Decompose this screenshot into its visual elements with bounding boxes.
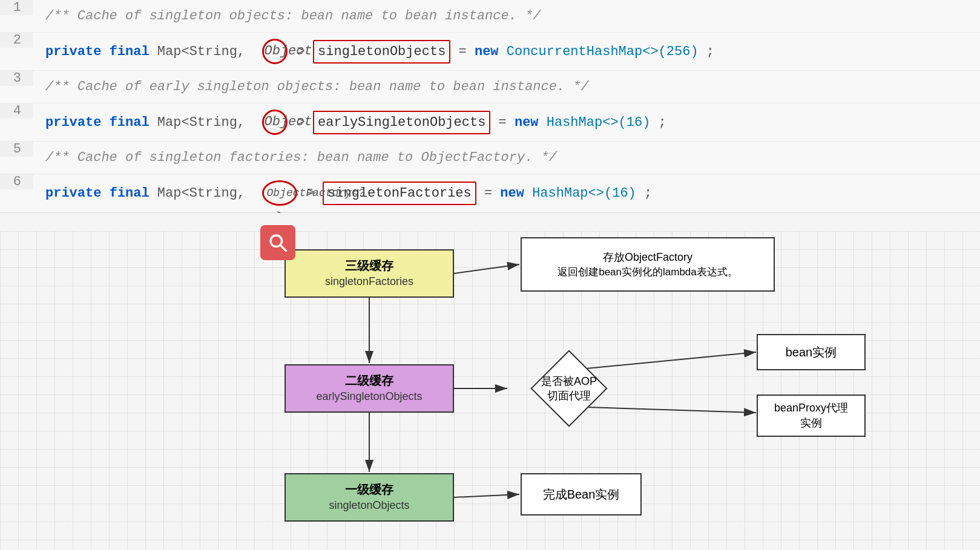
code-content-3: /** Cache of early singleton objects: be…	[33, 71, 980, 103]
svg-line-1	[281, 246, 286, 251]
comment-3: /** Cache of early singleton objects: be…	[45, 79, 589, 94]
code-content-1: /** Cache of singleton objects: bean nam…	[33, 0, 980, 32]
var-earlySingletonObjects: earlySingletonObjects	[313, 111, 490, 134]
search-icon	[268, 233, 288, 252]
code-content-6: private final Map<String, ObjectFactory<…	[33, 174, 980, 212]
box-level3: 三级缓存 singletonFactories	[284, 249, 454, 298]
box-level2: 二级缓存 earlySingletonObjects	[284, 364, 454, 413]
circle-object-1: Object	[262, 39, 288, 64]
diagram-section: 三级缓存 singletonFactories 存放ObjectFactory …	[0, 213, 980, 550]
code-section: 1 /** Cache of singleton objects: bean n…	[0, 0, 980, 213]
box-level2-title: 二级缓存	[345, 372, 393, 389]
line-number-3: 3	[0, 71, 33, 86]
line-number-2: 2	[0, 33, 33, 48]
complete-label: 完成Bean实例	[543, 486, 620, 503]
box-level2-subtitle: earlySingletonObjects	[316, 389, 422, 404]
var-singletonObjects: singletonObjects	[313, 40, 450, 64]
code-content-4: private final Map<String, Object > early…	[33, 103, 980, 141]
diamond-text: 是否被AOP 切面代理	[541, 374, 597, 403]
keyword-new-2: new	[475, 44, 499, 59]
box-complete: 完成Bean实例	[521, 473, 642, 516]
code-line-1: 1 /** Cache of singleton objects: bean n…	[0, 0, 980, 33]
box-level3-title: 三级缓存	[345, 257, 393, 274]
svg-line-3	[454, 264, 519, 273]
box-level3-subtitle: singletonFactories	[325, 274, 413, 289]
keyword-private-4: private	[45, 115, 101, 130]
bean-proxy-label: beanProxy代理 实例	[774, 401, 848, 431]
box-bean-proxy: beanProxy代理 实例	[757, 394, 866, 437]
circle-objectfactory: ObjectFactory<?>	[262, 180, 297, 206]
keyword-final-2: final	[110, 44, 150, 59]
code-line-2: 2 private final Map<String, Object > sin…	[0, 33, 980, 71]
class-hashmap-6: HashMap<>(16)	[532, 186, 636, 201]
code-line-4: 4 private final Map<String, Object > ear…	[0, 103, 980, 142]
line-number-4: 4	[0, 103, 33, 119]
arrows-svg	[0, 231, 980, 550]
class-hashmap-4: HashMap<>(16)	[547, 115, 651, 130]
line-number-1: 1	[0, 0, 33, 15]
code-line-5: 5 /** Cache of singleton factories: bean…	[0, 142, 980, 174]
code-content-5: /** Cache of singleton factories: bean n…	[33, 142, 980, 174]
box-level1-title: 一级缓存	[345, 481, 393, 498]
line-number-6: 6	[0, 174, 33, 189]
comment-5: /** Cache of singleton factories: bean n…	[45, 150, 557, 165]
diamond-container: 是否被AOP 切面代理	[508, 349, 630, 428]
box-info: 存放ObjectFactory 返回创建bean实例化的lambda表达式。	[521, 237, 775, 292]
code-line-3: 3 /** Cache of early singleton objects: …	[0, 71, 980, 103]
diamond-line2: 切面代理	[541, 388, 597, 403]
circle-object-2: Object	[262, 110, 288, 135]
diamond-line1: 是否被AOP	[541, 374, 597, 388]
code-content-2: private final Map<String, Object > singl…	[33, 33, 980, 70]
keyword-private-2: private	[45, 44, 101, 59]
keyword-new-4: new	[515, 115, 539, 130]
bean-instance-label: bean实例	[786, 344, 837, 361]
line-number-5: 5	[0, 142, 33, 157]
box-level1-subtitle: singletonObjects	[329, 498, 409, 513]
search-button[interactable]	[260, 225, 295, 260]
box-bean-instance: bean实例	[757, 334, 866, 370]
box-info-line2: 返回创建bean实例化的lambda表达式。	[557, 265, 738, 280]
diagram-canvas: 三级缓存 singletonFactories 存放ObjectFactory …	[0, 231, 980, 550]
comment-1: /** Cache of singleton objects: bean nam…	[45, 8, 541, 24]
class-concurrenthashmap: ConcurrentHashMap<>(256)	[507, 44, 699, 59]
keyword-private-6: private	[45, 186, 101, 201]
keyword-final-6: final	[110, 186, 150, 201]
box-level1: 一级缓存 singletonObjects	[284, 473, 454, 522]
box-info-line1: 存放ObjectFactory	[603, 250, 692, 265]
keyword-new-6: new	[500, 186, 524, 201]
svg-line-9	[454, 494, 519, 497]
keyword-final-4: final	[110, 115, 150, 130]
code-line-6: 6 private final Map<String, ObjectFactor…	[0, 174, 980, 212]
